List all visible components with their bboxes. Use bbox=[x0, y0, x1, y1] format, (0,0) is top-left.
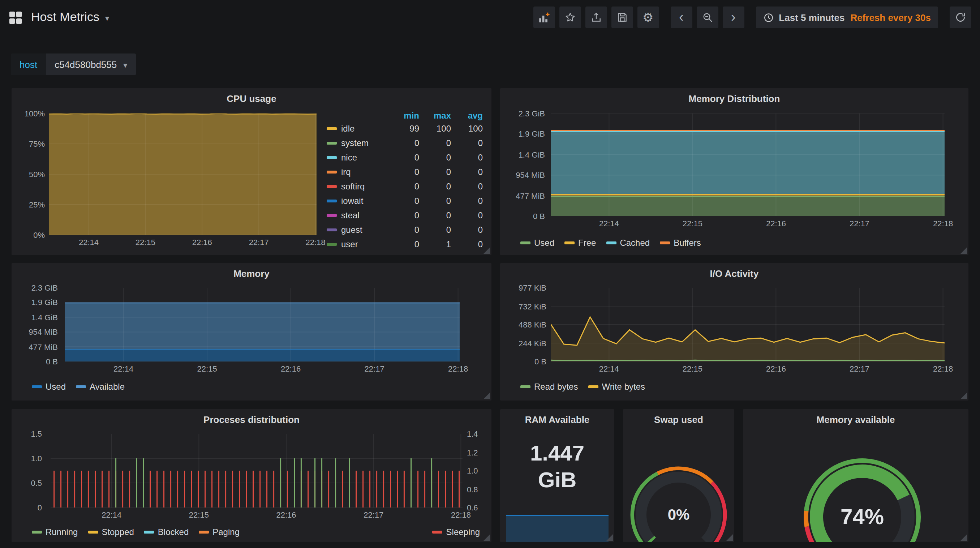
y-tick-label: 1.9 GiB bbox=[519, 130, 545, 139]
panel-resize-handle[interactable] bbox=[961, 247, 967, 254]
save-button[interactable] bbox=[611, 6, 633, 28]
panel-title-ram-available[interactable]: RAM Available bbox=[500, 414, 614, 425]
legend-item-write-bytes[interactable]: Write bytes bbox=[588, 382, 645, 392]
series-stat-value: 1 bbox=[419, 239, 451, 249]
io-activity-chart[interactable] bbox=[551, 288, 945, 362]
series-stat-value: 0 bbox=[451, 167, 483, 177]
legend-row-iowait[interactable]: iowait000 bbox=[327, 194, 483, 208]
series-stat-value: 0 bbox=[387, 239, 419, 249]
y-tick-label: 954 MiB bbox=[515, 170, 545, 179]
legend-header-max[interactable]: max bbox=[419, 111, 451, 121]
legend-item-blocked[interactable]: Blocked bbox=[144, 527, 189, 537]
legend-row-idle[interactable]: idle99100100 bbox=[327, 121, 483, 136]
panel-resize-handle[interactable] bbox=[484, 247, 490, 254]
series-color-dash bbox=[327, 228, 337, 231]
submenu: host c54d580bd555 ▾ bbox=[11, 54, 136, 75]
y-tick-label: 0 B bbox=[46, 357, 58, 366]
x-tick-label: 22:15 bbox=[189, 510, 209, 519]
panel-resize-handle[interactable] bbox=[484, 534, 490, 541]
panel-title-memory[interactable]: Memory bbox=[11, 268, 492, 279]
dashboard-title-button[interactable]: Host Metrics ▾ bbox=[31, 10, 109, 25]
y-tick-label: 0.8 bbox=[467, 485, 478, 494]
legend-item-read-bytes[interactable]: Read bytes bbox=[520, 382, 578, 392]
caret-down-icon: ▾ bbox=[123, 59, 127, 70]
x-tick-label: 22:14 bbox=[79, 238, 99, 247]
y-tick-label: 1.2 bbox=[467, 448, 478, 457]
gauge-value: 74% bbox=[801, 456, 924, 542]
x-tick-label: 22:17 bbox=[364, 364, 385, 373]
legend-item-free[interactable]: Free bbox=[565, 238, 596, 248]
legend-header-min[interactable]: min bbox=[387, 111, 419, 121]
legend-item-cached[interactable]: Cached bbox=[606, 238, 650, 248]
time-range-button[interactable]: Last 5 minutes Refresh every 30s bbox=[756, 6, 938, 28]
add-panel-button[interactable] bbox=[533, 6, 555, 28]
series-color-dash bbox=[660, 242, 670, 244]
legend-item-stopped[interactable]: Stopped bbox=[88, 527, 134, 537]
star-button[interactable] bbox=[559, 6, 581, 28]
series-stat-value: 0 bbox=[387, 153, 419, 162]
memory-chart[interactable] bbox=[65, 288, 460, 362]
share-button[interactable] bbox=[585, 6, 607, 28]
panel-title-io-activity[interactable]: I/O Activity bbox=[500, 268, 969, 279]
star-icon bbox=[564, 11, 576, 23]
refresh-icon bbox=[955, 11, 966, 23]
cpu-usage-chart[interactable] bbox=[49, 113, 317, 235]
legend-row-steal[interactable]: steal000 bbox=[327, 208, 483, 223]
legend-item-running[interactable]: Running bbox=[32, 527, 78, 537]
y-tick-label: 0% bbox=[33, 231, 45, 239]
stat-value-unit: GiB bbox=[500, 466, 614, 493]
panel-title-cpu-usage[interactable]: CPU usage bbox=[11, 93, 492, 104]
legend-row-guest[interactable]: guest000 bbox=[327, 223, 483, 237]
x-tick-label: 22:14 bbox=[599, 219, 619, 228]
panel-title-processes-distribution[interactable]: Proceses distribution bbox=[11, 414, 492, 425]
y-tick-label: 1.9 GiB bbox=[32, 298, 58, 307]
processes-distribution-chart[interactable] bbox=[51, 434, 463, 508]
series-color-dash bbox=[327, 142, 337, 145]
zoom-out-button[interactable] bbox=[696, 6, 718, 28]
settings-button[interactable]: ⚙ bbox=[637, 6, 659, 28]
memory-distribution-chart[interactable] bbox=[551, 113, 945, 216]
refresh-interval-label: Refresh every 30s bbox=[850, 12, 931, 23]
series-stat-value: 100 bbox=[419, 124, 451, 134]
legend-item-paging[interactable]: Paging bbox=[199, 527, 240, 537]
legend-item-used[interactable]: Used bbox=[520, 238, 554, 248]
y-tick-label: 1.0 bbox=[31, 454, 42, 463]
legend-item-available[interactable]: Available bbox=[76, 382, 125, 392]
time-back-button[interactable]: ‹ bbox=[670, 6, 692, 28]
panel-title-swap-used[interactable]: Swap used bbox=[623, 414, 734, 425]
y-tick-label: 244 KiB bbox=[519, 339, 546, 347]
series-stat-value: 0 bbox=[419, 167, 451, 177]
panel-resize-handle[interactable] bbox=[961, 393, 967, 399]
legend-label: Available bbox=[90, 382, 125, 392]
legend-item-sleeping[interactable]: Sleeping bbox=[433, 527, 480, 537]
legend-row-user[interactable]: user010 bbox=[327, 237, 483, 252]
gauge-value: 0% bbox=[628, 464, 729, 542]
clock-icon bbox=[763, 12, 774, 23]
series-color-dash bbox=[327, 243, 337, 246]
host-variable-dropdown[interactable]: c54d580bd555 ▾ bbox=[46, 54, 136, 75]
y-tick-label: 0.5 bbox=[31, 479, 42, 487]
legend-row-softirq[interactable]: softirq000 bbox=[327, 179, 483, 194]
panel-title-memory-available[interactable]: Memory available bbox=[743, 414, 969, 425]
y-tick-label: 1.4 GiB bbox=[32, 313, 58, 322]
dashboards-grid-icon[interactable] bbox=[9, 11, 22, 24]
time-forward-button[interactable]: › bbox=[722, 6, 744, 28]
panel-resize-handle[interactable] bbox=[606, 534, 613, 541]
refresh-button[interactable] bbox=[950, 6, 971, 28]
legend-header-avg[interactable]: avg bbox=[451, 111, 483, 121]
panel-resize-handle[interactable] bbox=[484, 393, 490, 399]
panel-title-memory-distribution[interactable]: Memory Distribution bbox=[500, 93, 969, 104]
panel-resize-handle[interactable] bbox=[961, 534, 967, 541]
time-range-label: Last 5 minutes bbox=[779, 12, 845, 23]
series-name: steal bbox=[341, 210, 360, 220]
stat-sparkline bbox=[506, 513, 609, 542]
caret-down-icon: ▾ bbox=[105, 11, 109, 23]
legend-row-nice[interactable]: nice000 bbox=[327, 150, 483, 165]
legend-row-system[interactable]: system000 bbox=[327, 136, 483, 150]
legend-row-irq[interactable]: irq000 bbox=[327, 165, 483, 179]
series-stat-value: 0 bbox=[419, 196, 451, 206]
legend-item-buffers[interactable]: Buffers bbox=[660, 238, 701, 248]
panel-resize-handle[interactable] bbox=[726, 534, 733, 541]
legend-item-used[interactable]: Used bbox=[32, 382, 66, 392]
x-tick-label: 22:15 bbox=[682, 219, 703, 228]
